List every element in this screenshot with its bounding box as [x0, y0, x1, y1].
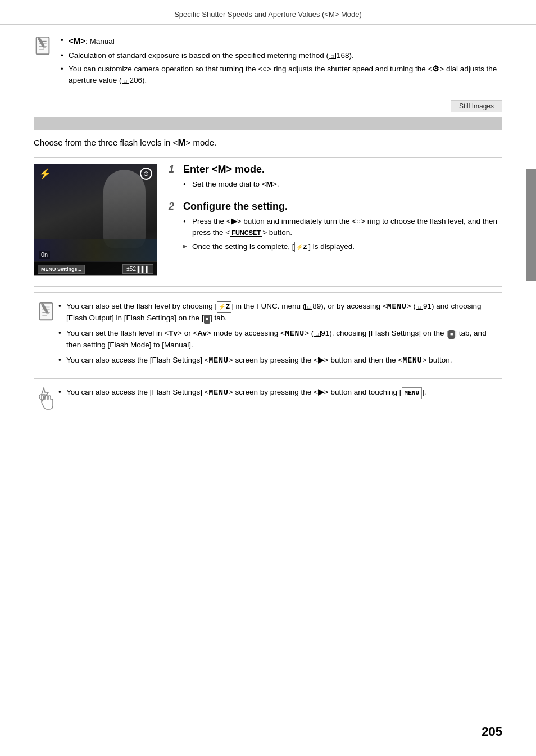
bottom-note-item-2: You can set the flash level in <Tv> or <… — [58, 328, 502, 351]
step-2-bullets: Press the <▶> button and immediately tur… — [183, 216, 502, 253]
top-note-content: <M>: Manual Calculation of standard expo… — [61, 35, 502, 88]
bottom-note-pencil: You can also set the flash level by choo… — [34, 292, 502, 378]
divider-3 — [34, 286, 502, 287]
touch-icon — [34, 387, 58, 411]
top-note-item-1: <M>: Manual — [61, 35, 502, 48]
page-header: Specific Shutter Speeds and Aperture Val… — [0, 0, 536, 25]
main-content: <M>: Manual Calculation of standard expo… — [0, 35, 536, 440]
step-1-number: 1 — [169, 164, 178, 175]
steps-content: 1 Enter <M> mode. Set the mode dial to <… — [169, 164, 502, 276]
page-number: 205 — [482, 725, 502, 739]
step-1-title: Enter <M> mode. — [183, 164, 265, 175]
camera-ev-display: ±52 ▌▌▌ — [122, 264, 153, 274]
top-note-box: <M>: Manual Calculation of standard expo… — [34, 35, 502, 88]
divider-2 — [34, 157, 502, 158]
step-1-bullets: Set the mode dial to <M>. — [183, 179, 502, 190]
touch-note-content: You can also access the [Flash Settings]… — [58, 387, 502, 402]
bottom-note-content-1: You can also set the flash level by choo… — [58, 301, 502, 370]
section-intro: Choose from the three flash levels in <M… — [34, 137, 502, 148]
bottom-note-item-3: You can also access the [Flash Settings]… — [58, 355, 502, 366]
bottom-note-item-1: You can also set the flash level by choo… — [58, 301, 502, 324]
step-2-header: 2 Configure the setting. — [169, 201, 502, 212]
right-tab — [526, 169, 536, 281]
step-2-bullet-1: Press the <▶> button and immediately tur… — [183, 216, 502, 239]
still-images-tag-container: Still Images — [34, 100, 502, 112]
divider-1 — [34, 94, 502, 94]
step-1-bullet-1: Set the mode dial to <M>. — [183, 179, 502, 190]
city-bg — [34, 239, 157, 261]
book-ref-2: □ — [122, 78, 129, 84]
pencil-icon-2 — [34, 301, 58, 323]
top-note-item-2: Calculation of standard exposure is base… — [61, 50, 502, 61]
section-bar — [34, 117, 502, 130]
flash-symbol: ⚡ — [39, 168, 51, 180]
camera-circle-icon: ⊙ — [140, 168, 152, 180]
person-silhouette — [103, 170, 146, 248]
camera-bottom-bar: MENU Settings... ±52 ▌▌▌ — [34, 262, 157, 275]
camera-preview-image: ⚡ ⊙ 0n MENU Settings... ±52 ▌▌▌ — [34, 164, 157, 276]
step-2: 2 Configure the setting. Press the <▶> b… — [169, 201, 502, 253]
step-2-bullet-2: Once the setting is complete, [⚡Z] is di… — [183, 241, 502, 252]
camera-menu-btn: MENU Settings... — [38, 265, 85, 274]
touch-note-item-1: You can also access the [Flash Settings]… — [58, 387, 502, 399]
touch-note-box: You can also access the [Flash Settings]… — [34, 378, 502, 417]
step-1: 1 Enter <M> mode. Set the mode dial to <… — [169, 164, 502, 190]
top-note-item-3: You can customize camera operation so th… — [61, 64, 502, 87]
step-1-header: 1 Enter <M> mode. — [169, 164, 502, 175]
camera-on-label: 0n — [39, 251, 50, 259]
book-ref-1: □ — [329, 53, 336, 59]
pencil-icon — [34, 36, 55, 59]
page-container: Specific Shutter Speeds and Aperture Val… — [0, 0, 536, 756]
header-title: Specific Shutter Speeds and Aperture Val… — [174, 10, 362, 19]
steps-section: ⚡ ⊙ 0n MENU Settings... ±52 ▌▌▌ — [34, 164, 502, 276]
step-2-number: 2 — [169, 201, 178, 212]
step-2-title: Configure the setting. — [183, 201, 288, 212]
camera-screen: ⚡ ⊙ 0n MENU Settings... ±52 ▌▌▌ — [34, 164, 157, 275]
still-images-badge: Still Images — [451, 100, 502, 112]
